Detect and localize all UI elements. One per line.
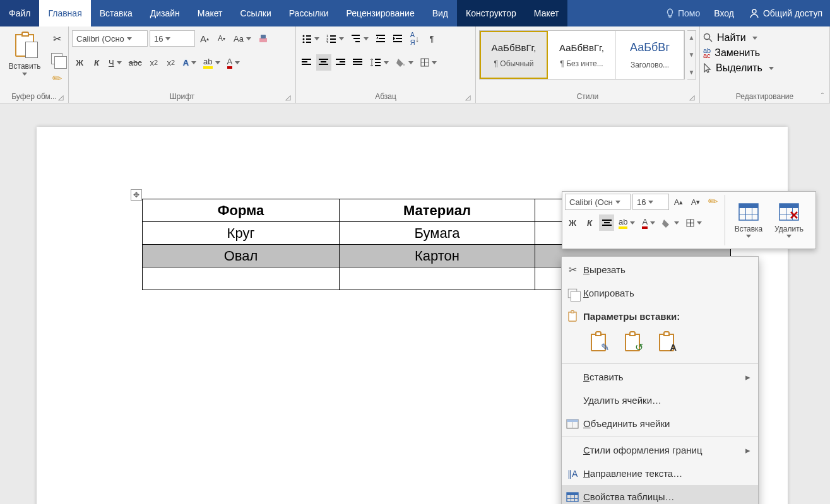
sort-button[interactable]: AЯ↓ — [407, 30, 422, 47]
sign-in-button[interactable]: Вход — [706, 0, 742, 26]
numbering-button[interactable]: 123 — [324, 30, 347, 47]
tab-view[interactable]: Вид — [424, 0, 457, 26]
mini-borders[interactable] — [684, 214, 704, 231]
decrease-indent-button[interactable] — [373, 30, 388, 47]
clear-formatting-button[interactable] — [256, 30, 271, 47]
tab-home[interactable]: Главная — [39, 0, 90, 26]
collapse-ribbon-icon[interactable]: ˆ — [821, 92, 824, 101]
mini-shrink-font[interactable]: A▾ — [688, 194, 703, 210]
table-cell[interactable]: Бумага — [340, 222, 535, 245]
table-cell[interactable] — [340, 267, 535, 290]
context-insert[interactable]: Вставить ▸ — [562, 365, 758, 389]
increase-indent-button[interactable] — [390, 30, 405, 47]
multilevel-list-button[interactable] — [348, 30, 371, 47]
tab-design[interactable]: Дизайн — [141, 0, 189, 26]
font-name-combo[interactable]: Calibri (Осно — [72, 30, 148, 47]
highlight-button[interactable]: ab — [201, 54, 222, 71]
mini-grow-font[interactable]: A▴ — [671, 194, 686, 210]
mini-font-color[interactable]: A — [639, 214, 658, 231]
change-case-button[interactable]: Aa — [231, 30, 254, 47]
copy-icon — [51, 53, 62, 64]
bullets-button[interactable] — [299, 30, 322, 47]
style-no-spacing[interactable]: АаБбВвГг,¶ Без инте... — [548, 31, 616, 79]
context-merge-cells[interactable]: Объединить ячейки — [562, 412, 758, 435]
tell-me-search[interactable]: Помо — [660, 8, 706, 18]
context-delete-cells[interactable]: Удалить ячейки… — [562, 389, 758, 412]
context-text-direction[interactable]: ∥A Направление текста… — [562, 462, 758, 485]
dialog-launcher-icon[interactable]: ◿ — [465, 93, 470, 102]
mini-italic[interactable]: К — [582, 214, 597, 231]
paste-button[interactable]: Вставить — [3, 30, 46, 77]
tab-mailings[interactable]: Рассылки — [280, 0, 338, 26]
dialog-launcher-icon[interactable]: ◿ — [285, 93, 290, 102]
mini-shading[interactable] — [660, 214, 682, 231]
show-marks-button[interactable]: ¶ — [424, 30, 439, 47]
table-move-handle[interactable]: ✥ — [131, 189, 142, 201]
font-color-button[interactable]: A — [225, 54, 243, 71]
replace-button[interactable]: abacЗаменить — [703, 47, 760, 59]
style-normal[interactable]: АаБбВвГг,¶ Обычный — [480, 31, 548, 79]
mini-size-combo[interactable]: 16 — [632, 194, 669, 210]
paste-merge-icon[interactable]: ↺ — [621, 331, 644, 354]
mini-highlight[interactable]: ab — [616, 214, 637, 231]
tab-references[interactable]: Ссылки — [231, 0, 280, 26]
table-cell[interactable]: Круг — [143, 222, 340, 245]
tab-insert[interactable]: Вставка — [91, 0, 141, 26]
mini-insert-button[interactable]: Вставка — [730, 194, 768, 247]
align-right-button[interactable] — [333, 54, 348, 71]
styles-gallery[interactable]: АаБбВвГг,¶ Обычный АаБбВвГг,¶ Без инте..… — [479, 30, 685, 79]
style-heading[interactable]: АаБбВгЗаголово... — [616, 31, 684, 79]
italic-button[interactable]: К — [89, 54, 104, 71]
shading-button[interactable] — [393, 54, 416, 71]
justify-button[interactable] — [350, 54, 365, 71]
table-cell[interactable] — [143, 267, 340, 290]
superscript-button[interactable]: x2 — [163, 54, 179, 71]
tab-table-layout[interactable]: Макет — [525, 0, 568, 26]
gallery-up-icon[interactable]: ▲ — [689, 34, 695, 41]
tab-table-design[interactable]: Конструктор — [457, 0, 525, 26]
subscript-button[interactable]: x2 — [146, 54, 162, 71]
copy-button[interactable] — [49, 50, 65, 67]
dialog-launcher-icon[interactable]: ◿ — [58, 93, 63, 102]
table-cell[interactable]: Форма — [143, 199, 340, 222]
mini-format-painter[interactable] — [705, 194, 720, 210]
mini-align-center[interactable] — [599, 214, 614, 231]
strikethrough-button[interactable]: abc — [126, 54, 145, 71]
paste-keep-source-icon[interactable]: ✎ — [587, 331, 610, 354]
context-table-properties[interactable]: Свойства таблицы… — [562, 485, 758, 504]
svg-rect-16 — [353, 38, 360, 39]
context-copy[interactable]: Копировать — [562, 281, 758, 305]
format-painter-button[interactable] — [49, 71, 65, 87]
tab-layout[interactable]: Макет — [189, 0, 232, 26]
underline-button[interactable]: Ч — [106, 54, 124, 71]
font-size-combo[interactable]: 16 — [150, 30, 195, 47]
table-cell[interactable]: Материал — [340, 199, 535, 222]
tab-review[interactable]: Рецензирование — [338, 0, 424, 26]
table-cell[interactable]: Картон — [340, 245, 535, 267]
cut-button[interactable] — [49, 30, 65, 47]
align-center-button[interactable] — [316, 54, 331, 71]
dialog-launcher-icon[interactable]: ◿ — [689, 93, 694, 102]
svg-rect-30 — [336, 59, 345, 60]
title-bar-right: Помо Вход Общий доступ — [660, 0, 830, 26]
share-button[interactable]: Общий доступ — [742, 0, 830, 26]
bold-button[interactable]: Ж — [72, 54, 87, 71]
mini-bold[interactable]: Ж — [565, 214, 580, 231]
mini-delete-button[interactable]: Удалить — [770, 194, 808, 247]
gallery-expand-icon[interactable]: ▼ — [689, 69, 695, 76]
table-cell[interactable]: Овал — [143, 245, 340, 267]
line-spacing-button[interactable] — [367, 54, 391, 71]
shrink-font-button[interactable]: A▾ — [214, 30, 229, 47]
paste-text-only-icon[interactable]: A — [655, 331, 678, 354]
gallery-down-icon[interactable]: ▼ — [689, 51, 695, 58]
find-button[interactable]: Найти — [703, 32, 757, 44]
mini-font-combo[interactable]: Calibri (Осн — [565, 194, 631, 210]
grow-font-button[interactable]: A▴ — [197, 30, 212, 47]
context-cut[interactable]: Вырезать — [562, 258, 758, 281]
tab-file[interactable]: Файл — [0, 0, 39, 26]
align-left-button[interactable] — [299, 54, 314, 71]
text-effects-button[interactable]: A — [181, 54, 199, 71]
context-border-styles[interactable]: Стили оформления границ ▸ — [562, 438, 758, 462]
select-button[interactable]: Выделить — [703, 62, 774, 74]
borders-button[interactable] — [418, 54, 439, 71]
